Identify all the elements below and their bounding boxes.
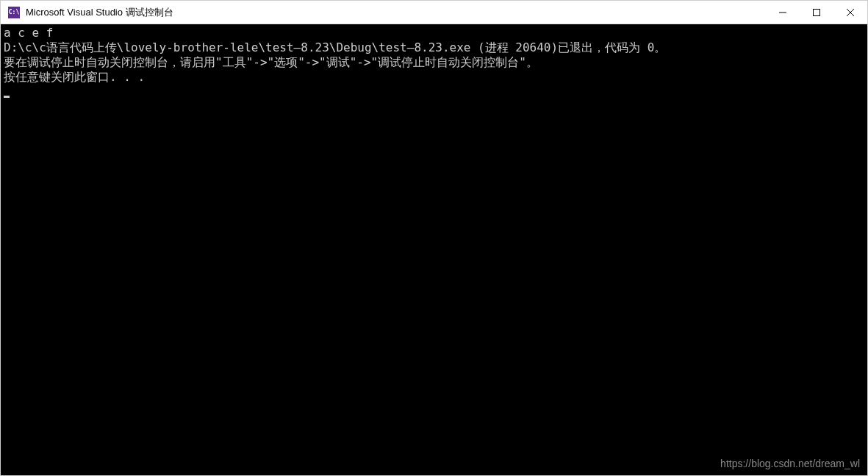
svg-rect-1 (814, 9, 820, 15)
maximize-button[interactable] (800, 1, 833, 24)
console-line: D:\c\c语言代码上传\lovely-brother-lele\test—8.… (4, 40, 864, 55)
cursor (4, 96, 10, 98)
window-title: Microsoft Visual Studio 调试控制台 (26, 6, 766, 19)
minimize-icon (779, 9, 786, 16)
window-controls (766, 1, 867, 24)
close-button[interactable] (833, 1, 867, 24)
console-line: a c e f (4, 26, 864, 40)
console-cursor-line (4, 85, 864, 99)
app-icon-text: C:\ (9, 9, 19, 15)
titlebar[interactable]: C:\ Microsoft Visual Studio 调试控制台 (1, 1, 867, 24)
maximize-icon (813, 9, 820, 16)
watermark: https://blog.csdn.net/dream_wl (720, 456, 860, 471)
console-line: 要在调试停止时自动关闭控制台，请启用"工具"->"选项"->"调试"->"调试停… (4, 55, 864, 70)
app-icon: C:\ (8, 7, 20, 18)
console-line: 按任意键关闭此窗口. . . (4, 70, 864, 85)
console-output[interactable]: a c e f D:\c\c语言代码上传\lovely-brother-lele… (1, 24, 867, 475)
minimize-button[interactable] (766, 1, 800, 24)
console-window: C:\ Microsoft Visual Studio 调试控制台 (0, 0, 868, 476)
close-icon (847, 9, 854, 16)
